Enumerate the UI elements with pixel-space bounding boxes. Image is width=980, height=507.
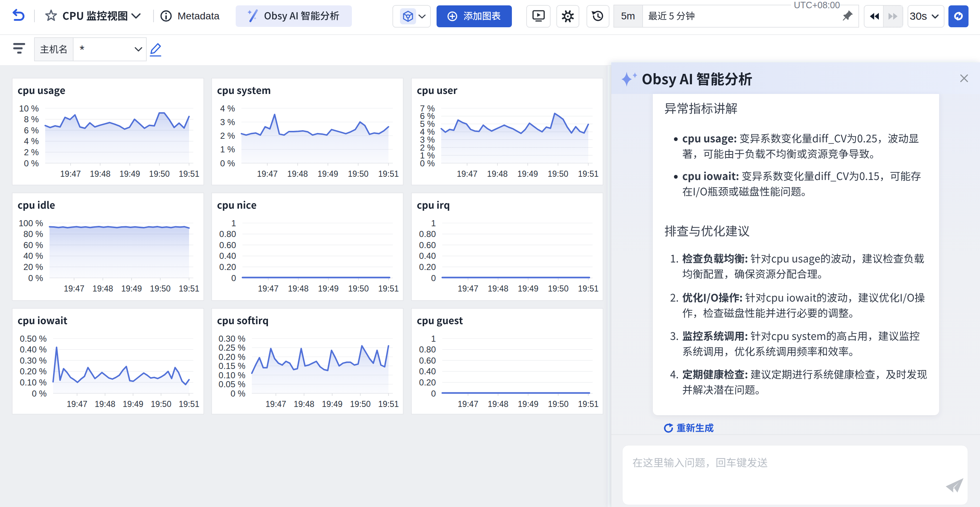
svg-text:0.30 %: 0.30 % [20, 356, 47, 366]
svg-text:0.10 %: 0.10 % [218, 370, 245, 380]
svg-text:0.40: 0.40 [219, 251, 236, 261]
svg-text:1: 1 [231, 218, 236, 228]
svg-text:19:47: 19:47 [258, 284, 279, 293]
svg-text:0.20 %: 0.20 % [218, 352, 245, 362]
svg-text:19:51: 19:51 [179, 399, 199, 409]
svg-text:19:50: 19:50 [149, 169, 170, 178]
svg-text:19:51: 19:51 [179, 169, 199, 178]
svg-text:1 %: 1 % [220, 145, 235, 154]
svg-text:0: 0 [431, 389, 436, 398]
svg-text:19:47: 19:47 [458, 284, 479, 293]
svg-text:19:49: 19:49 [119, 169, 140, 178]
svg-text:19:48: 19:48 [92, 284, 113, 293]
svg-text:4 %: 4 % [220, 103, 235, 113]
svg-text:19:50: 19:50 [151, 399, 172, 409]
svg-text:0.80: 0.80 [419, 229, 436, 239]
svg-text:19:51: 19:51 [578, 284, 599, 293]
svg-text:19:49: 19:49 [518, 284, 539, 293]
svg-text:0 %: 0 % [220, 159, 235, 168]
svg-text:*: * [80, 43, 84, 56]
svg-text:19:51: 19:51 [378, 399, 399, 409]
svg-text:19:49: 19:49 [123, 399, 143, 409]
svg-text:0 %: 0 % [231, 389, 245, 398]
svg-text:19:48: 19:48 [488, 284, 509, 293]
svg-text:0 %: 0 % [32, 389, 47, 398]
svg-text:0.80: 0.80 [219, 229, 236, 239]
svg-text:19:48: 19:48 [287, 169, 308, 178]
svg-text:0.20: 0.20 [219, 262, 236, 272]
svg-text:0.15 %: 0.15 % [218, 361, 245, 371]
svg-text:0.50 %: 0.50 % [20, 334, 47, 343]
svg-text:0: 0 [231, 273, 236, 283]
svg-text:19:51: 19:51 [179, 284, 199, 293]
svg-text:0.80: 0.80 [419, 345, 436, 354]
svg-text:19:50: 19:50 [348, 169, 369, 178]
svg-text:2 %: 2 % [24, 147, 39, 157]
svg-text:UTC+08:00: UTC+08:00 [794, 0, 840, 10]
svg-text:19:51: 19:51 [378, 284, 399, 293]
svg-text:19:51: 19:51 [578, 399, 599, 409]
svg-text:19:48: 19:48 [95, 399, 116, 409]
svg-text:19:47: 19:47 [60, 169, 81, 178]
svg-text:19:50: 19:50 [548, 169, 568, 178]
svg-text:40 %: 40 % [23, 251, 43, 261]
svg-text:Metadata: Metadata [178, 10, 220, 22]
svg-text:0.40 %: 0.40 % [20, 345, 47, 354]
svg-text:10 %: 10 % [19, 103, 39, 113]
svg-text:0.20 %: 0.20 % [20, 366, 47, 376]
svg-text:19:49: 19:49 [322, 399, 342, 409]
svg-text:19:49: 19:49 [318, 284, 339, 293]
svg-text:100 %: 100 % [19, 218, 43, 228]
svg-text:0.25 %: 0.25 % [218, 343, 245, 353]
svg-text:19:49: 19:49 [121, 284, 142, 293]
svg-text:19:50: 19:50 [548, 284, 568, 293]
svg-text:19:50: 19:50 [548, 399, 568, 409]
svg-text:0.20: 0.20 [419, 378, 436, 387]
svg-text:80 %: 80 % [23, 229, 43, 239]
svg-text:20 %: 20 % [23, 262, 43, 272]
svg-text:19:49: 19:49 [517, 169, 538, 178]
svg-text:0.05 %: 0.05 % [218, 379, 245, 389]
svg-text:3 %: 3 % [220, 117, 235, 127]
svg-text:19:48: 19:48 [90, 169, 110, 178]
svg-text:2 %: 2 % [220, 131, 235, 141]
svg-text:0 %: 0 % [24, 159, 39, 168]
svg-text:19:47: 19:47 [266, 399, 286, 409]
svg-text:30s: 30s [910, 10, 927, 22]
svg-text:0: 0 [431, 273, 436, 283]
svg-text:19:47: 19:47 [457, 169, 477, 178]
svg-text:60 %: 60 % [23, 240, 43, 250]
svg-text:19:51: 19:51 [378, 169, 399, 178]
svg-text:0 %: 0 % [420, 159, 435, 168]
svg-text:19:47: 19:47 [67, 399, 88, 409]
svg-text:19:47: 19:47 [64, 284, 85, 293]
svg-text:0.20: 0.20 [419, 262, 436, 272]
svg-text:0.40: 0.40 [419, 251, 436, 261]
svg-text:1: 1 [431, 218, 436, 228]
svg-text:4 %: 4 % [24, 136, 39, 146]
svg-text:19:50: 19:50 [348, 284, 369, 293]
svg-text:19:49: 19:49 [317, 169, 338, 178]
svg-text:19:48: 19:48 [294, 399, 315, 409]
svg-text:0.60: 0.60 [419, 240, 436, 250]
svg-text:19:50: 19:50 [150, 284, 171, 293]
svg-text:19:48: 19:48 [288, 284, 309, 293]
svg-text:6 %: 6 % [24, 126, 39, 135]
svg-text:5m: 5m [621, 10, 635, 22]
svg-text:0.30 %: 0.30 % [218, 334, 245, 343]
svg-text:0.10 %: 0.10 % [20, 378, 47, 387]
svg-text:8 %: 8 % [24, 114, 39, 124]
svg-text:19:48: 19:48 [488, 399, 509, 409]
svg-text:19:50: 19:50 [350, 399, 371, 409]
svg-text:19:51: 19:51 [578, 169, 599, 178]
svg-text:19:48: 19:48 [487, 169, 508, 178]
svg-text:19:49: 19:49 [518, 399, 539, 409]
svg-text:0.60: 0.60 [419, 356, 436, 366]
svg-text:19:47: 19:47 [257, 169, 278, 178]
svg-text:1: 1 [431, 334, 436, 343]
svg-text:0.40: 0.40 [419, 366, 436, 376]
svg-text:0 %: 0 % [28, 273, 43, 283]
svg-text:0.60: 0.60 [219, 240, 236, 250]
svg-text:19:47: 19:47 [458, 399, 479, 409]
